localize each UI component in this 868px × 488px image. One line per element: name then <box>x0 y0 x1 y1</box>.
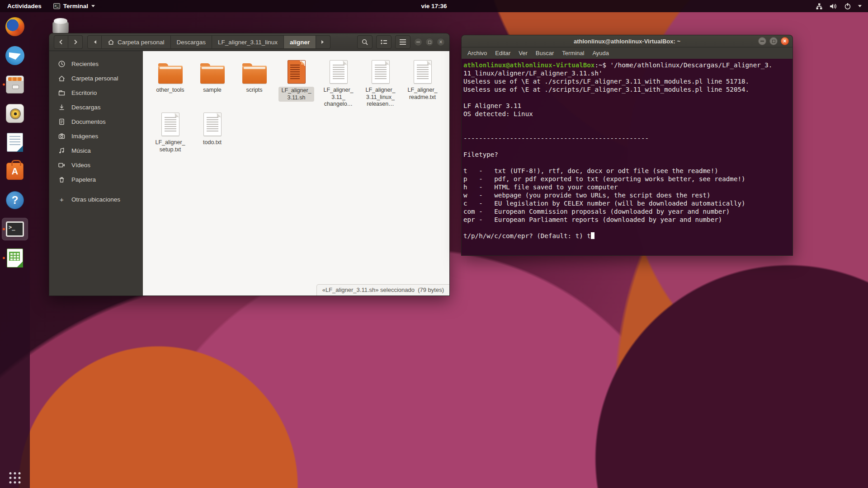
desktop-icon <box>58 89 66 97</box>
chevron-down-icon <box>858 5 862 9</box>
folder-icon <box>242 66 267 84</box>
maximize-button[interactable] <box>769 37 778 45</box>
sidebar-item-recientes[interactable]: Recientes <box>49 56 143 71</box>
terminal-menubar: Archivo Editar Ver Buscar Terminal Ayuda <box>461 47 793 59</box>
terminal-line: Useless use of \E at ./scripts/LF_aligne… <box>463 85 791 94</box>
file-item-changelog[interactable]: LF_aligner_3.11_changelo… <box>317 56 359 108</box>
file-item-sample[interactable]: sample <box>191 56 233 108</box>
terminal-output[interactable]: athlonlinux@athlonlinux-VirtualBox:~$ '/… <box>461 59 793 256</box>
terminal-line: t - txt (UTF-8!), rtf, doc, docx or odt … <box>463 167 791 175</box>
dock-item-thunderbird[interactable] <box>2 44 28 67</box>
dock: A ? >_ <box>0 12 30 488</box>
activities-button[interactable]: Actividades <box>0 0 49 12</box>
sidebar-item-videos[interactable]: Vídeos <box>49 158 143 172</box>
terminal-cursor <box>591 232 594 239</box>
file-item-todo[interactable]: todo.txt <box>191 108 233 160</box>
breadcrumb-scroll-left-button[interactable] <box>87 35 102 49</box>
sidebar-item-imagenes[interactable]: Imágenes <box>49 129 143 143</box>
minimize-icon <box>760 41 764 42</box>
sidebar-item-otras-ubicaciones[interactable]: + Otras ubicaciones <box>49 192 143 206</box>
file-item-readme[interactable]: LF_aligner_readme.txt <box>401 56 443 108</box>
window-title: athlonlinux@athlonlinux-VirtualBox: ~ <box>462 38 793 45</box>
app-menu-label: Terminal <box>63 3 88 9</box>
file-item-setup[interactable]: LF_aligner_setup.txt <box>149 108 191 160</box>
triangle-right-icon <box>321 40 326 44</box>
dock-item-terminal[interactable]: >_ <box>2 218 28 240</box>
file-item-releasenotes[interactable]: LF_aligner_3.11_linux_releasen… <box>359 56 401 108</box>
back-button[interactable] <box>54 35 68 49</box>
trash-icon <box>58 176 66 183</box>
sidebar-item-descargas[interactable]: Descargas <box>49 100 143 114</box>
terminal-line <box>463 126 791 134</box>
maximize-icon <box>428 41 431 44</box>
rhythmbox-icon <box>6 104 24 123</box>
sidebar-item-carpeta-personal[interactable]: Carpeta personal <box>49 71 143 85</box>
dock-item-files[interactable] <box>2 73 28 96</box>
show-applications-button[interactable] <box>9 472 21 483</box>
terminal-line: w - webpage (you provide two URLs, the s… <box>463 191 791 199</box>
folder-icon <box>200 66 225 84</box>
documents-icon <box>58 118 66 126</box>
close-icon: × <box>439 39 442 45</box>
breadcrumb-aligner-active[interactable]: aligner <box>284 35 316 49</box>
forward-icon <box>72 39 79 45</box>
breadcrumb-scroll-right-button[interactable] <box>316 35 330 49</box>
sidebar-item-musica[interactable]: Música <box>49 143 143 158</box>
breadcrumb: Carpeta personal Descargas LF_aligner_3.… <box>87 35 330 49</box>
back-icon <box>58 39 64 45</box>
view-toggle-button[interactable] <box>376 35 392 49</box>
files-content[interactable]: other_tools sample scripts LF_aligner_3.… <box>143 51 449 296</box>
dock-item-rhythmbox[interactable] <box>2 102 28 125</box>
videos-icon <box>58 161 66 169</box>
maximize-button[interactable] <box>425 38 434 46</box>
file-item-lf-aligner-sh-selected[interactable]: LF_aligner_3.11.sh <box>275 56 317 108</box>
menu-terminal[interactable]: Terminal <box>558 50 588 56</box>
menu-editar[interactable]: Editar <box>491 50 514 56</box>
text-file-icon <box>414 60 432 84</box>
dock-item-firefox[interactable] <box>2 15 28 38</box>
terminal-input-line: t/p/h/w/c/com/epr? (Default: t) t <box>463 232 791 240</box>
breadcrumb-lf-aligner-linux[interactable]: LF_aligner_3.11_linux <box>212 35 284 49</box>
dock-item-help[interactable]: ? <box>2 189 28 211</box>
terminal-window: athlonlinux@athlonlinux-VirtualBox: ~ × … <box>461 35 793 256</box>
menu-buscar[interactable]: Buscar <box>532 50 558 56</box>
terminal-line: h - HTML file saved to your computer <box>463 183 791 191</box>
dock-item-ubuntu-software[interactable]: A <box>2 160 28 183</box>
clock[interactable]: vie 17:36 <box>421 0 447 12</box>
system-status-area[interactable] <box>809 0 868 12</box>
files-sidebar: Recientes Carpeta personal Escritorio De… <box>49 51 143 296</box>
dock-item-libreoffice-calc[interactable] <box>2 247 28 269</box>
view-toggle-icon <box>380 39 387 45</box>
dock-item-libreoffice-writer[interactable] <box>2 131 28 154</box>
terminal-titlebar[interactable]: athlonlinux@athlonlinux-VirtualBox: ~ × <box>461 35 793 47</box>
recent-icon <box>58 60 66 68</box>
home-icon <box>58 75 66 82</box>
sidebar-item-escritorio[interactable]: Escritorio <box>49 85 143 100</box>
terminal-app-icon: >_ <box>53 3 60 9</box>
close-icon: × <box>783 38 786 44</box>
sidebar-item-documentos[interactable]: Documentos <box>49 114 143 129</box>
app-menu[interactable]: >_ Terminal <box>49 0 99 12</box>
breadcrumb-descargas[interactable]: Descargas <box>171 35 212 49</box>
forward-button[interactable] <box>68 35 83 49</box>
file-item-scripts[interactable]: scripts <box>233 56 275 108</box>
sidebar-item-papelera[interactable]: Papelera <box>49 172 143 187</box>
terminal-line: OS detected: Linux <box>463 110 791 118</box>
menu-archivo[interactable]: Archivo <box>463 50 491 56</box>
search-button[interactable] <box>357 35 373 49</box>
running-indicator <box>3 228 5 230</box>
menu-ver[interactable]: Ver <box>514 50 532 56</box>
terminal-line: LF Aligner 3.11 <box>463 102 791 110</box>
window-menu-button[interactable] <box>395 35 410 49</box>
text-file-icon <box>330 60 348 84</box>
minimize-button[interactable] <box>758 37 766 45</box>
menu-ayuda[interactable]: Ayuda <box>588 50 613 56</box>
close-button[interactable]: × <box>437 38 445 46</box>
menu-icon <box>400 39 406 45</box>
volume-icon <box>830 3 837 10</box>
close-button[interactable]: × <box>781 37 789 45</box>
minimize-button[interactable] <box>414 38 422 46</box>
home-icon <box>108 39 114 45</box>
file-item-other-tools[interactable]: other_tools <box>149 56 191 108</box>
breadcrumb-home[interactable]: Carpeta personal <box>102 35 171 49</box>
